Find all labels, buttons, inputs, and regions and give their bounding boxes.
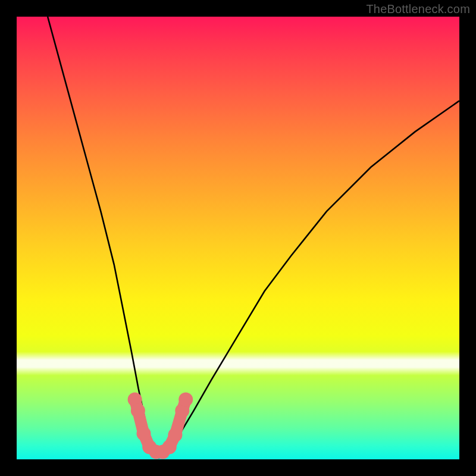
marker-dot [137,427,151,441]
outer-frame: TheBottleneck.com [0,0,476,476]
bottleneck-curve [48,17,459,458]
marker-dot [178,393,193,407]
watermark-text: TheBottleneck.com [366,2,470,16]
plot-area [17,17,459,459]
chart-svg [17,17,459,459]
marker-dot [131,403,145,418]
marker-dot [168,428,182,442]
